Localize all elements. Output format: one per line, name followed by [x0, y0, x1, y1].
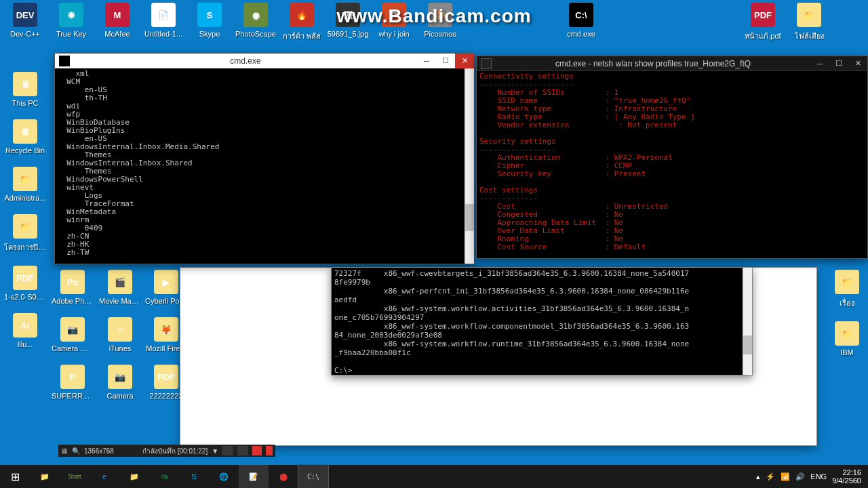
cmd-button[interactable]: C:\ — [298, 465, 328, 488]
cmd1-titlebar[interactable]: cmd.exe ─ ☐ ✕ — [55, 54, 474, 68]
scrollbar[interactable] — [465, 68, 474, 264]
minimize-button[interactable]: ─ — [417, 54, 436, 68]
desktop: www.Bandicam.com DEVDev-C++❋True KeyMMcA… — [0, 0, 868, 488]
cmd2-content[interactable]: Connectivity settings ------------------… — [477, 71, 867, 258]
language-indicator[interactable]: ENG — [810, 472, 827, 481]
desktop-icon[interactable]: 📁ไฟล์เสียง — [788, 3, 830, 42]
desktop-icon[interactable]: 📷Camera Mouse V... — [52, 317, 94, 352]
desktop-icons-col-left: 🖥This PC🗑Recycle Bin📁Administra...📁โครงก… — [4, 72, 46, 348]
minimize-button[interactable]: ─ — [810, 56, 829, 71]
bandicam-watermark: www.Bandicam.com — [336, 5, 531, 27]
cmd2-title: cmd.exe - netsh wlan show profiles true_… — [496, 59, 810, 68]
desktop-icon[interactable]: PDF1-s2.0-S00... — [4, 266, 46, 301]
explorer2-button[interactable]: 📁 — [119, 465, 149, 488]
close-button[interactable]: ✕ — [848, 56, 867, 71]
scrollbar[interactable] — [743, 268, 752, 375]
cmd-icon — [59, 56, 70, 66]
pen-button[interactable] — [237, 446, 248, 455]
start-button[interactable]: ⊞ — [0, 465, 30, 488]
camera-button[interactable] — [222, 446, 233, 455]
chrome-button[interactable]: 🌐 — [209, 465, 239, 488]
desktop-icon[interactable]: ♫iTunes — [99, 317, 141, 352]
desktop-icon[interactable]: ❋True Key — [50, 3, 92, 42]
stop-button[interactable] — [266, 446, 273, 455]
maximize-button[interactable]: ☐ — [829, 56, 848, 71]
resolution-label: 1366x768 — [84, 447, 114, 455]
explorer-button[interactable]: 📁 — [30, 465, 60, 488]
cmd-window-2[interactable]: cmd.exe - netsh wlan show profiles true_… — [476, 56, 868, 259]
record-button[interactable] — [252, 446, 262, 455]
desktop-icon[interactable]: PsAdobe Photosh... — [52, 270, 94, 305]
desktop-icon[interactable]: C:\cmd.exe — [560, 3, 602, 42]
desktop-icons-col-3: 🎬Movie Maker♫iTunes📷Camera — [99, 270, 141, 400]
clock-date[interactable]: 9/4/2560 — [832, 476, 861, 485]
desktop-icon[interactable]: SSkype — [189, 3, 231, 42]
skype-button[interactable]: S — [179, 465, 209, 488]
zoom-icon: 🔍 — [72, 447, 80, 455]
close-button[interactable]: ✕ — [455, 54, 474, 68]
cmd-window-3[interactable]: 72327f x86_wwf-cwevbtargets_i_31bf3856ad… — [331, 267, 753, 375]
desktop-icon[interactable]: 📁โครงการปี 56 ของร้องห้าหาม — [4, 214, 46, 253]
power-icon[interactable]: ⚡ — [766, 472, 775, 481]
cmd-window-1[interactable]: cmd.exe ─ ☐ ✕ xml WCM en-US th-TH wdi wf… — [54, 53, 475, 264]
bandicam-control-bar[interactable]: 🖥 🔍 1366x768 กำลังบันทึก [00:01:22] ▼ — [58, 445, 275, 457]
recording-status: กำลังบันทึก [00:01:22] — [142, 446, 208, 456]
cmd2-titlebar[interactable]: cmd.exe - netsh wlan show profiles true_… — [477, 56, 867, 71]
monitor-icon: 🖥 — [61, 447, 68, 455]
volume-icon[interactable]: 🔊 — [795, 472, 805, 481]
cmd1-title: cmd.exe — [74, 56, 417, 66]
system-tray[interactable]: ▴ ⚡ 📶 🔊 ENG 22:16 9/4/2560 — [749, 468, 868, 485]
desktop-icon[interactable]: MMcAfee — [96, 3, 138, 42]
desktop-icon[interactable]: DEVDev-C++ — [4, 3, 46, 42]
notepad-button[interactable]: 📝 — [239, 465, 269, 488]
maximize-button[interactable]: ☐ — [436, 54, 455, 68]
desktop-icon[interactable]: 🎬Movie Maker — [99, 270, 141, 305]
desktop-icons-col-right: 📁เรื่อง📁IBM — [826, 270, 868, 357]
desktop-icon[interactable]: 🖥This PC — [4, 72, 46, 107]
clock-time[interactable]: 22:16 — [832, 468, 861, 476]
store-button[interactable]: 🛍 — [149, 465, 179, 488]
desktop-icon[interactable]: AiIllu... — [4, 313, 46, 348]
cmd1-content[interactable]: xml WCM en-US th-TH wdi wfp WinBioDataba… — [55, 68, 474, 264]
desktop-icon[interactable]: PSUPERRES... — [52, 365, 94, 400]
tray-arrow-icon[interactable]: ▴ — [756, 472, 760, 481]
bandicam-button[interactable]: ⬤ — [269, 465, 298, 488]
start-screen-button[interactable]: Start — [60, 465, 90, 488]
cmd3-content[interactable]: 72327f x86_wwf-cwevbtargets_i_31bf3856ad… — [332, 268, 752, 375]
taskbar[interactable]: ⊞ 📁 Start e 📁 🛍 S 🌐 📝 ⬤ C:\ ▴ ⚡ 📶 🔊 ENG … — [0, 465, 868, 488]
dropdown-icon[interactable]: ▼ — [212, 447, 218, 455]
desktop-icon[interactable]: 📁IBM — [826, 321, 868, 357]
network-icon[interactable]: 📶 — [781, 472, 790, 481]
desktop-icon[interactable]: 📄Untitled-1... — [142, 3, 184, 42]
desktop-icon[interactable]: 📁Administra... — [4, 167, 46, 202]
ie-button[interactable]: e — [90, 465, 119, 488]
cmd-icon — [481, 58, 492, 69]
desktop-icon[interactable]: ◉PhotoScape — [235, 3, 277, 42]
desktop-icon[interactable]: 📷Camera — [99, 365, 141, 400]
desktop-icon[interactable]: 🗑Recycle Bin — [4, 119, 46, 155]
desktop-icon[interactable]: 📁เรื่อง — [826, 270, 868, 309]
desktop-icon[interactable]: 🔥การ์ด้า พลัส — [281, 3, 323, 42]
desktop-icon[interactable]: PDFหน้าแก้.pdf — [742, 3, 784, 42]
desktop-icons-col-2: PsAdobe Photosh...📷Camera Mouse V...PSUP… — [52, 270, 94, 400]
